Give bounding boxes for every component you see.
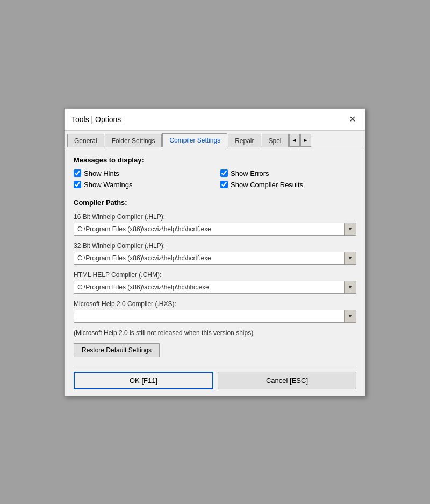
field-ms-help20-label: Microsoft Help 2.0 Compiler (.HXS): bbox=[74, 300, 356, 308]
show-warnings-checkbox[interactable] bbox=[74, 181, 81, 188]
title-bar: Tools | Options ✕ bbox=[65, 109, 365, 131]
field-html-help: HTML HELP Compiler (.CHM): ▼ bbox=[74, 271, 356, 294]
tab-spel[interactable]: Spel bbox=[262, 134, 289, 147]
combo-32bit-winhelp-input[interactable] bbox=[74, 252, 344, 264]
dialog-window: Tools | Options ✕ General Folder Setting… bbox=[64, 108, 366, 396]
tab-compiler-settings[interactable]: Compiler Settings bbox=[162, 133, 227, 147]
tab-next-button[interactable]: ► bbox=[300, 134, 311, 147]
combo-16bit-winhelp-dropdown[interactable]: ▼ bbox=[344, 223, 356, 235]
field-32bit-winhelp: 32 Bit Winhelp Compiler (.HLP): ▼ bbox=[74, 242, 356, 265]
tab-repair[interactable]: Repair bbox=[228, 134, 261, 147]
messages-section-title: Messages to display: bbox=[74, 156, 356, 164]
field-html-help-label: HTML HELP Compiler (.CHM): bbox=[74, 271, 356, 279]
combo-32bit-winhelp: ▼ bbox=[74, 252, 356, 265]
tab-general[interactable]: General bbox=[67, 134, 104, 147]
checkbox-show-errors[interactable]: Show Errors bbox=[220, 169, 356, 178]
footer-divider bbox=[74, 366, 356, 366]
combo-ms-help20-input[interactable] bbox=[74, 310, 344, 322]
show-hints-checkbox[interactable] bbox=[74, 169, 81, 177]
combo-ms-help20-dropdown[interactable]: ▼ bbox=[344, 310, 356, 322]
show-warnings-label: Show Warnings bbox=[84, 181, 133, 189]
combo-16bit-winhelp: ▼ bbox=[74, 223, 356, 236]
combo-html-help-dropdown[interactable]: ▼ bbox=[344, 281, 356, 293]
window-title: Tools | Options bbox=[71, 115, 121, 124]
show-compiler-results-checkbox[interactable] bbox=[220, 181, 228, 188]
show-hints-label: Show Hints bbox=[84, 169, 119, 178]
field-ms-help20: Microsoft Help 2.0 Compiler (.HXS): ▼ bbox=[74, 300, 356, 323]
tab-prev-button[interactable]: ◄ bbox=[289, 134, 300, 147]
cancel-button[interactable]: Cancel [ESC] bbox=[218, 372, 356, 389]
combo-ms-help20: ▼ bbox=[74, 310, 356, 323]
show-errors-checkbox[interactable] bbox=[220, 169, 228, 177]
close-button[interactable]: ✕ bbox=[346, 113, 359, 126]
ok-button[interactable]: OK [F11] bbox=[74, 372, 213, 389]
checkbox-show-compiler-results[interactable]: Show Compiler Results bbox=[220, 181, 356, 189]
compiler-paths-section: Compiler Paths: 16 Bit Winhelp Compiler … bbox=[74, 198, 356, 323]
tab-folder-settings[interactable]: Folder Settings bbox=[105, 134, 162, 147]
combo-32bit-winhelp-dropdown[interactable]: ▼ bbox=[344, 252, 356, 264]
restore-defaults-button[interactable]: Restore Default Settings bbox=[74, 343, 160, 357]
field-16bit-winhelp: 16 Bit Winhelp Compiler (.HLP): ▼ bbox=[74, 213, 356, 236]
combo-html-help-input[interactable] bbox=[74, 281, 344, 293]
show-compiler-results-label: Show Compiler Results bbox=[231, 181, 303, 189]
footer-buttons: OK [F11] Cancel [ESC] bbox=[74, 372, 356, 389]
content-area: Messages to display: Show Hints Show Err… bbox=[65, 147, 365, 396]
checkboxes-grid: Show Hints Show Errors Show Warnings Sho… bbox=[74, 169, 356, 189]
field-16bit-winhelp-label: 16 Bit Winhelp Compiler (.HLP): bbox=[74, 213, 356, 221]
tab-bar: General Folder Settings Compiler Setting… bbox=[65, 131, 365, 147]
note-text: (Microsoft Help 2.0 is still not release… bbox=[74, 329, 356, 337]
checkbox-show-hints[interactable]: Show Hints bbox=[74, 169, 210, 178]
show-errors-label: Show Errors bbox=[231, 169, 269, 178]
combo-16bit-winhelp-input[interactable] bbox=[74, 223, 344, 235]
compiler-paths-title: Compiler Paths: bbox=[74, 198, 356, 207]
checkbox-show-warnings[interactable]: Show Warnings bbox=[74, 181, 210, 189]
combo-html-help: ▼ bbox=[74, 281, 356, 294]
field-32bit-winhelp-label: 32 Bit Winhelp Compiler (.HLP): bbox=[74, 242, 356, 250]
